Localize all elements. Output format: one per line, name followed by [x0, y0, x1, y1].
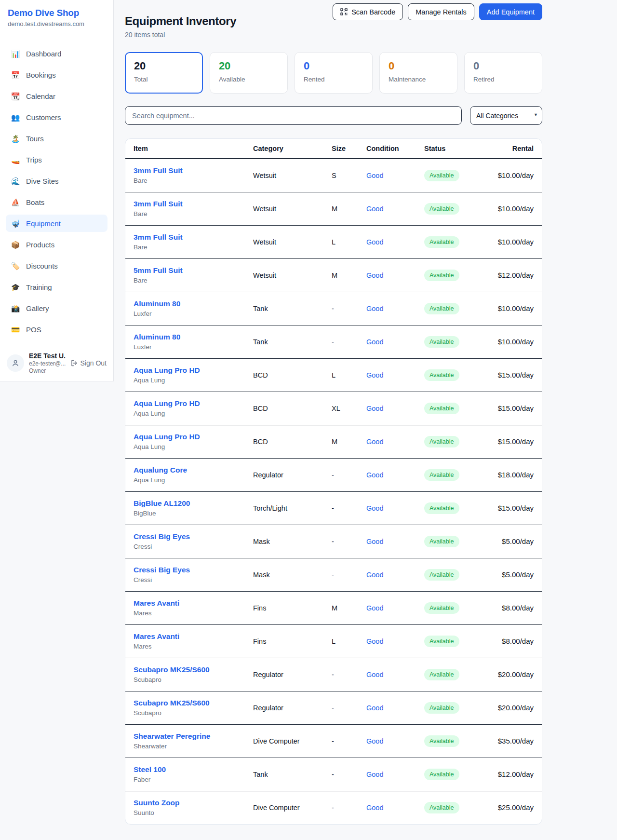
item-size: - [332, 558, 366, 591]
table-row: Mares Avanti Mares Fins M Good Available… [125, 591, 542, 624]
sidebar-item-dashboard[interactable]: 📊 Dashboard [6, 45, 107, 62]
sidebar-item-discounts[interactable]: 🏷️ Discounts [6, 257, 107, 274]
sidebar-item-customers[interactable]: 👥 Customers [6, 108, 107, 126]
sign-out-button[interactable]: Sign Out [70, 359, 107, 367]
stat-card-rented[interactable]: 0 Rented [295, 52, 373, 94]
item-name-link[interactable]: Aluminum 80 [134, 333, 180, 341]
item-brand: Mares [134, 610, 253, 617]
item-name-link[interactable]: Cressi Big Eyes [134, 566, 190, 574]
stat-card-maintenance[interactable]: 0 Maintenance [379, 52, 457, 94]
people-icon: 👥 [11, 114, 20, 121]
table-row: Shearwater Peregrine Shearwater Dive Com… [125, 724, 542, 758]
sidebar-item-calendar[interactable]: 📆 Calendar [6, 87, 107, 105]
sidebar-item-label: Equipment [26, 219, 61, 228]
item-name-link[interactable]: Shearwater Peregrine [134, 732, 210, 740]
item-name-link[interactable]: Mares Avanti [134, 632, 179, 640]
item-name-link[interactable]: 3mm Full Suit [134, 200, 183, 208]
condition-link[interactable]: Good [366, 737, 383, 745]
sidebar-item-pos[interactable]: 💳 POS [6, 321, 107, 338]
table-row: Suunto Zoop Suunto Dive Computer - Good … [125, 791, 542, 824]
item-size: - [332, 724, 366, 758]
item-brand: Luxfer [134, 310, 253, 317]
stat-card-available[interactable]: 20 Available [210, 52, 288, 94]
item-name-link[interactable]: Aqualung Core [134, 466, 187, 474]
item-name-link[interactable]: Aqua Lung Pro HD [134, 399, 200, 407]
condition-link[interactable]: Good [366, 438, 383, 446]
condition-link[interactable]: Good [366, 671, 383, 678]
table-row: 5mm Full Suit Bare Wetsuit M Good Availa… [125, 258, 542, 292]
item-name-link[interactable]: 5mm Full Suit [134, 266, 183, 274]
item-brand: Aqua Lung [134, 476, 253, 484]
item-name-link[interactable]: Suunto Zoop [134, 799, 180, 807]
condition-link[interactable]: Good [366, 571, 383, 579]
sidebar-item-label: POS [26, 325, 41, 334]
condition-link[interactable]: Good [366, 771, 383, 778]
item-category: Mask [253, 525, 332, 558]
add-equipment-button[interactable]: Add Equipment [479, 3, 542, 20]
item-name-link[interactable]: Cressi Big Eyes [134, 532, 190, 541]
item-rental-rate: $5.00/day [487, 525, 542, 558]
item-name-link[interactable]: Mares Avanti [134, 599, 179, 607]
item-size: - [332, 292, 366, 325]
sidebar-item-equipment[interactable]: 🤿 Equipment [6, 215, 107, 232]
sidebar-item-trips[interactable]: 🚤 Trips [6, 151, 107, 168]
diving-mask-icon: 🤿 [11, 220, 20, 227]
item-name-link[interactable]: Aluminum 80 [134, 299, 180, 308]
status-badge: Available [424, 669, 459, 680]
item-name-link[interactable]: 3mm Full Suit [134, 166, 183, 175]
barcode-scan-icon [340, 8, 348, 15]
table-row: Scubapro MK25/S600 Scubapro Regulator - … [125, 658, 542, 691]
item-name-link[interactable]: BigBlue AL1200 [134, 499, 190, 507]
item-name-link[interactable]: Scubapro MK25/S600 [134, 699, 210, 707]
status-badge: Available [424, 336, 459, 348]
item-name-link[interactable]: Aqua Lung Pro HD [134, 366, 200, 374]
sidebar-item-dive-sites[interactable]: 🌊 Dive Sites [6, 172, 107, 190]
table-row: Aqualung Core Aqua Lung Regulator - Good… [125, 458, 542, 491]
item-name-link[interactable]: Aqua Lung Pro HD [134, 433, 200, 441]
sidebar-item-bookings[interactable]: 📅 Bookings [6, 66, 107, 83]
item-brand: Scubapro [134, 709, 253, 717]
stat-card-retired[interactable]: 0 Retired [464, 52, 542, 94]
condition-link[interactable]: Good [366, 271, 383, 279]
condition-link[interactable]: Good [366, 538, 383, 545]
item-category: Dive Computer [253, 724, 332, 758]
condition-link[interactable]: Good [366, 172, 383, 179]
manage-rentals-button[interactable]: Manage Rentals [408, 3, 474, 20]
condition-link[interactable]: Good [366, 371, 383, 379]
stat-value: 0 [389, 60, 448, 72]
search-input[interactable] [125, 106, 462, 125]
condition-link[interactable]: Good [366, 338, 383, 346]
condition-link[interactable]: Good [366, 205, 383, 213]
condition-link[interactable]: Good [366, 504, 383, 512]
item-name-link[interactable]: 3mm Full Suit [134, 233, 183, 241]
condition-link[interactable]: Good [366, 704, 383, 712]
category-select-wrap: All Categories ▼ [470, 106, 542, 125]
status-badge: Available [424, 735, 459, 747]
sidebar-item-training[interactable]: 🎓 Training [6, 278, 107, 296]
condition-link[interactable]: Good [366, 637, 383, 645]
sidebar-item-label: Products [26, 241, 54, 249]
stat-label: Rented [304, 76, 363, 83]
sidebar-item-boats[interactable]: ⛵ Boats [6, 193, 107, 211]
item-category: Wetsuit [253, 192, 332, 225]
category-select[interactable]: All Categories [470, 106, 542, 125]
condition-link[interactable]: Good [366, 604, 383, 612]
sidebar-item-gallery[interactable]: 📸 Gallery [6, 299, 107, 317]
condition-link[interactable]: Good [366, 305, 383, 312]
scan-barcode-button[interactable]: Scan Barcode [333, 3, 403, 20]
add-equipment-label: Add Equipment [487, 8, 535, 16]
condition-link[interactable]: Good [366, 405, 383, 412]
user-info: E2E Test U... e2e-tester@... Owner [29, 352, 66, 374]
sidebar-item-products[interactable]: 📦 Products [6, 236, 107, 253]
stat-card-total[interactable]: 20 Total [125, 52, 203, 94]
status-badge: Available [424, 369, 459, 381]
status-badge: Available [424, 403, 459, 414]
item-name-link[interactable]: Scubapro MK25/S600 [134, 665, 210, 674]
condition-link[interactable]: Good [366, 238, 383, 246]
condition-link[interactable]: Good [366, 471, 383, 479]
condition-link[interactable]: Good [366, 804, 383, 812]
bar-chart-icon: 📊 [11, 50, 20, 57]
tear-off-calendar-icon: 📆 [11, 93, 20, 100]
item-name-link[interactable]: Steel 100 [134, 765, 166, 773]
sidebar-item-tours[interactable]: 🏝️ Tours [6, 130, 107, 147]
